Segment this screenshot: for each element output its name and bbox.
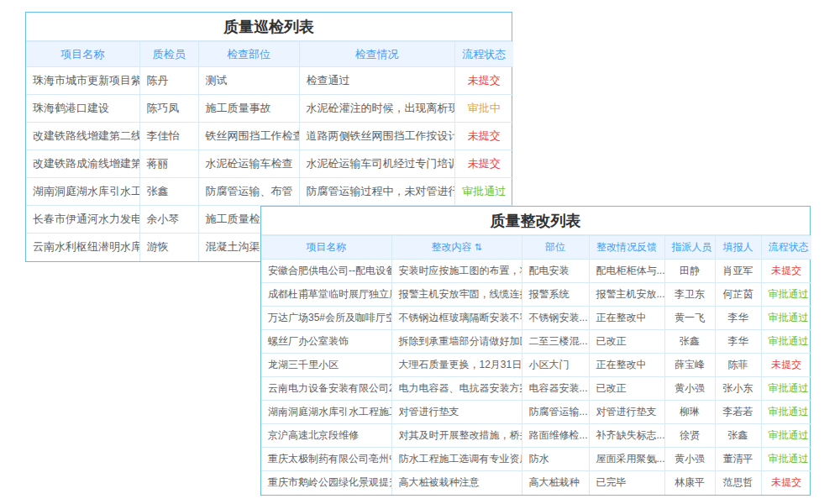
project-link[interactable]: 龙湖三千里小区 bbox=[261, 354, 391, 377]
table-cell: 电力电容器、电抗器安装方案,... bbox=[391, 377, 522, 401]
person-name: 陈菲 bbox=[715, 354, 761, 377]
column-header-label: 检查部位 bbox=[227, 48, 270, 60]
status-badge: 未提交 bbox=[454, 150, 513, 178]
status-badge: 审批中 bbox=[454, 95, 513, 123]
table-cell: 正在整改中 bbox=[589, 354, 664, 377]
project-link[interactable]: 云南电力设备安装有限公司20... bbox=[261, 377, 391, 401]
project-link[interactable]: 改建铁路成渝线增建第... bbox=[26, 150, 139, 178]
status-badge: 未提交 bbox=[761, 354, 811, 377]
project-link[interactable]: 成都杜甫草堂临时展厅独立展... bbox=[261, 283, 391, 307]
project-link[interactable]: 安徽合肥供电公司--配电设备... bbox=[261, 260, 391, 283]
person-name: 李卫东 bbox=[664, 283, 715, 307]
column-header: 质检员 bbox=[139, 42, 198, 67]
table-cell: 水泥砼灌注的时候，出现离析现象 bbox=[299, 95, 454, 123]
project-link[interactable]: 云南水利枢纽潜明水库... bbox=[26, 234, 139, 261]
table-cell: 防水 bbox=[522, 448, 589, 471]
table-cell: 高大桩栽种 bbox=[522, 471, 589, 495]
table-cell: 配电安装 bbox=[522, 260, 589, 283]
table-row: 万达广场35#会所及咖啡厅空...不锈钢边框玻璃隔断安装不牢...不锈钢安装..… bbox=[261, 307, 811, 330]
table-cell: 已完毕 bbox=[589, 471, 664, 495]
project-link[interactable]: 螺丝厂办公室装饰 bbox=[261, 330, 391, 354]
table-cell: 电容器安装... bbox=[522, 377, 589, 401]
sort-icon[interactable]: ⇅ bbox=[474, 242, 481, 252]
table-cell: 屋面采用聚氨... bbox=[589, 448, 664, 471]
rectification-header-row: 项目名称整改内容⇅部位整改情况反馈指派人员填报人流程状态 bbox=[261, 236, 811, 260]
person-name: 张鑫 bbox=[715, 424, 761, 448]
table-cell: 报警主机安放牢固，线缆连接... bbox=[391, 283, 522, 307]
table-cell: 二至三楼混... bbox=[522, 330, 589, 354]
column-header-label: 项目名称 bbox=[60, 48, 104, 60]
person-name: 黄一飞 bbox=[664, 307, 715, 330]
person-name: 余小琴 bbox=[139, 206, 198, 234]
column-header-label: 整改内容 bbox=[431, 241, 471, 253]
rectification-table-card: 质量整改列表 项目名称整改内容⇅部位整改情况反馈指派人员填报人流程状态 安徽合肥… bbox=[260, 206, 811, 496]
table-row: 云南电力设备安装有限公司20...电力电容器、电抗器安装方案,...电容器安装.… bbox=[261, 377, 811, 401]
project-link[interactable]: 珠海市城市更新项目紫... bbox=[26, 67, 139, 95]
table-cell: 水泥砼运输车检查 bbox=[198, 150, 299, 178]
table-cell: 不锈钢边框玻璃隔断安装不牢... bbox=[391, 307, 522, 330]
table-row: 龙湖三千里小区大理石质量更换，12月31日之...小区大门正在整改中薛宝峰陈菲未… bbox=[261, 354, 811, 377]
column-header: 部位 bbox=[522, 236, 589, 260]
person-name: 张小东 bbox=[715, 377, 761, 401]
person-name: 游恢 bbox=[139, 234, 198, 261]
person-name: 陈巧凤 bbox=[139, 95, 198, 123]
column-header-label: 项目名称 bbox=[306, 241, 346, 253]
status-badge: 未提交 bbox=[761, 260, 811, 283]
page: 质量巡检列表 项目名称质检员检查部位检查情况流程状态 珠海市城市更新项目紫...… bbox=[0, 0, 840, 504]
project-link[interactable]: 湖南洞庭湖水库引水工程施工1标... bbox=[261, 401, 391, 424]
table-cell: 已改正 bbox=[589, 377, 664, 401]
status-badge: 审批通过 bbox=[761, 283, 811, 307]
column-header: 项目名称 bbox=[26, 42, 139, 67]
project-link[interactable]: 重庆市鹅岭公园绿化景观提升... bbox=[261, 471, 391, 495]
person-name: 田静 bbox=[664, 260, 715, 283]
table-row: 安徽合肥供电公司--配电设备...安装时应按施工图的布置，将...配电安装配电柜… bbox=[261, 260, 811, 283]
status-badge: 审批通过 bbox=[761, 401, 811, 424]
table-cell: 道路两侧铁丝网围挡工作按设计... bbox=[299, 123, 454, 150]
table-cell: 防腐管运输过程中，未对管进行... bbox=[299, 178, 454, 206]
person-name: 徐贤 bbox=[664, 424, 715, 448]
table-cell: 铁丝网围挡工作检查 bbox=[198, 123, 299, 150]
column-header: 整改内容⇅ bbox=[391, 236, 522, 260]
status-badge: 未提交 bbox=[454, 67, 513, 95]
table-row: 改建铁路成渝线增建第...蒋丽水泥砼运输车检查水泥砼运输车司机经过专门培训...… bbox=[26, 150, 513, 178]
person-name: 李华 bbox=[715, 330, 761, 354]
table-row: 湖南洞庭湖水库引水工...张鑫防腐管运输、布管防腐管运输过程中，未对管进行...… bbox=[26, 178, 513, 206]
status-badge: 未提交 bbox=[454, 123, 513, 150]
column-header-label: 填报人 bbox=[723, 241, 753, 253]
table-cell: 施工质量事故 bbox=[198, 95, 299, 123]
person-name: 薛宝峰 bbox=[664, 354, 715, 377]
table-row: 重庆市鹅岭公园绿化景观提升...高大桩被栽种注意高大桩栽种已完毕林康平范思哲未提… bbox=[261, 471, 811, 495]
column-header-label: 整改情况反馈 bbox=[596, 241, 657, 253]
project-link[interactable]: 京沪高速北京段维修 bbox=[261, 424, 391, 448]
table-row: 湖南洞庭湖水库引水工程施工1标...对管进行垫支防腐管运输...对管进行垫支柳琳… bbox=[261, 401, 811, 424]
project-link[interactable]: 改建铁路线增建第二线... bbox=[26, 123, 139, 150]
table-cell: 测试 bbox=[198, 67, 299, 95]
project-link[interactable]: 珠海鹤港口建设 bbox=[26, 95, 139, 123]
project-link[interactable]: 万达广场35#会所及咖啡厅空... bbox=[261, 307, 391, 330]
project-link[interactable]: 重庆太极制药有限公司亳州中... bbox=[261, 448, 391, 471]
table-cell: 防水工程施工选调有专业资质... bbox=[391, 448, 522, 471]
table-row: 珠海市城市更新项目紫...陈丹测试检查通过未提交 bbox=[26, 67, 513, 95]
column-header-label: 指派人员 bbox=[672, 241, 712, 253]
table-row: 京沪高速北京段维修对其及时开展整改措施，桥头...路面维修检...补齐缺失标志.… bbox=[261, 424, 811, 448]
person-name: 李若若 bbox=[715, 401, 761, 424]
status-badge: 审批通过 bbox=[454, 178, 513, 206]
column-header: 流程状态 bbox=[454, 42, 513, 67]
status-badge: 审批通过 bbox=[761, 307, 811, 330]
person-name: 李华 bbox=[715, 307, 761, 330]
column-header: 整改情况反馈 bbox=[589, 236, 664, 260]
table-cell: 检查通过 bbox=[299, 67, 454, 95]
status-badge: 审批通过 bbox=[761, 424, 811, 448]
project-link[interactable]: 湖南洞庭湖水库引水工... bbox=[26, 178, 139, 206]
project-link[interactable]: 长春市伊通河水力发电... bbox=[26, 206, 139, 234]
person-name: 范思哲 bbox=[715, 471, 761, 495]
table-cell: 拆除到承重墙部分请做好加固... bbox=[391, 330, 522, 354]
person-name: 李佳怡 bbox=[139, 123, 198, 150]
person-name: 何芷茵 bbox=[715, 283, 761, 307]
inspection-header-row: 项目名称质检员检查部位检查情况流程状态 bbox=[26, 42, 513, 67]
person-name: 蒋丽 bbox=[139, 150, 198, 178]
table-cell: 安装时应按施工图的布置，将... bbox=[391, 260, 522, 283]
status-badge: 未提交 bbox=[761, 471, 811, 495]
status-badge: 审批通过 bbox=[761, 448, 811, 471]
table-row: 成都杜甫草堂临时展厅独立展...报警主机安放牢固，线缆连接...报警系统报警主机… bbox=[261, 283, 811, 307]
